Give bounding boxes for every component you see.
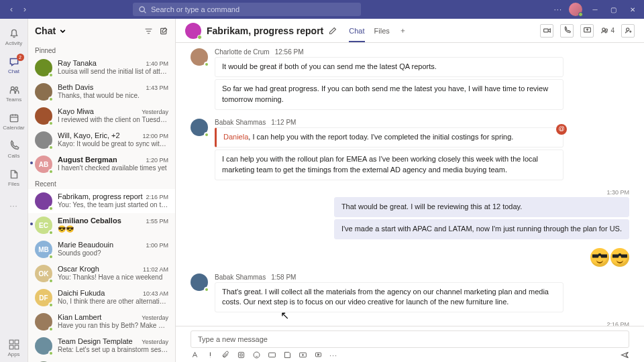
chat-item[interactable]: Team Design TemplateYesterdayReta: Let's… — [28, 334, 175, 358]
svg-rect-3 — [10, 115, 17, 122]
svg-rect-4 — [9, 340, 13, 344]
chat-item[interactable]: ABAugust Bergman1:20 PMI haven't checked… — [28, 152, 175, 176]
rail-item-teams[interactable]: Teams — [0, 79, 28, 107]
participants-button[interactable]: 4 — [600, 26, 614, 35]
new-chat-icon[interactable] — [160, 27, 168, 36]
chat-item[interactable]: Ray Tanaka1:40 PMLouisa will send the in… — [28, 56, 175, 80]
chat-time: 12:00 PM — [142, 133, 168, 139]
priority-icon[interactable] — [206, 351, 215, 359]
chat-item[interactable]: Kayo MiwaYesterdayI reviewed with the cl… — [28, 104, 175, 128]
cool-emoji[interactable] — [610, 248, 629, 267]
add-people-button[interactable] — [621, 24, 635, 38]
chat-name: Daichi Fukuda — [58, 289, 140, 297]
tab-add[interactable]: ＋ — [399, 19, 407, 42]
pinned-section-label: Pinned — [28, 43, 175, 56]
attach-icon[interactable] — [221, 351, 230, 359]
tab-chat[interactable]: Chat — [349, 19, 364, 42]
meet-now-icon[interactable] — [299, 351, 307, 359]
share-screen-button[interactable] — [580, 24, 594, 38]
message-time: 1:12 PM — [271, 119, 296, 126]
chat-preview: No, I think there are other alternatives… — [58, 298, 168, 305]
chat-name: Ray Tanaka — [58, 59, 143, 67]
chat-item[interactable]: OKOscar Krogh11:02 AMYou: Thanks! Have a… — [28, 261, 175, 286]
tab-files[interactable]: Files — [374, 19, 390, 42]
search-box[interactable]: Search or type a command — [133, 3, 361, 16]
rail-item-activity[interactable]: Activity — [0, 23, 28, 51]
video-call-button[interactable] — [540, 24, 553, 38]
svg-point-11 — [602, 28, 605, 31]
chat-item[interactable]: Will, Kayo, Eric, +212:00 PMKayo: It wou… — [28, 128, 175, 152]
close-button[interactable]: ✕ — [627, 3, 639, 15]
user-avatar[interactable] — [569, 3, 582, 16]
format-icon[interactable] — [191, 351, 199, 359]
titlebar: ‹ › Search or type a command ··· ─ ▢ ✕ — [0, 0, 644, 19]
message: 2:16 PMYes, the team just started on tha… — [191, 321, 629, 326]
gif-icon[interactable] — [268, 351, 276, 359]
rail-item-calendar[interactable]: Calendar — [0, 107, 28, 135]
recent-section-label: Recent — [28, 176, 175, 189]
message-bubble[interactable]: I've made a start with APAC and LATAM, n… — [334, 219, 629, 239]
stream-icon[interactable] — [314, 351, 323, 359]
message-bubble[interactable]: That would be great. I will be reviewing… — [334, 197, 629, 217]
nav-forward[interactable]: › — [19, 3, 31, 15]
svg-point-16 — [254, 352, 260, 358]
message-bubble[interactable]: So far we had great progress. If you can… — [215, 79, 564, 110]
compose-input[interactable]: Type a new message — [191, 330, 629, 348]
filter-icon[interactable] — [144, 27, 153, 36]
avatar — [35, 107, 52, 125]
message-bubble[interactable]: That's great. I will collect all the mat… — [215, 282, 564, 313]
mention-badge: @ — [556, 124, 567, 135]
app-rail: ActivityChat2TeamsCalendarCallsFiles ···… — [0, 19, 28, 362]
message-time: 2:16 PM — [285, 321, 629, 326]
rail-item-files[interactable]: Files — [0, 164, 28, 192]
chat-item[interactable]: Kian LambertYesterdayHave you ran this b… — [28, 310, 175, 334]
chat-preview: Reta: Let's set up a brainstorm session … — [58, 346, 168, 353]
badge: 2 — [17, 54, 24, 61]
chat-item[interactable]: Beth Davis1:43 PMThanks, that would be n… — [28, 80, 175, 104]
chat-item[interactable]: Fabrikam, progress report2:16 PMYou: Yes… — [28, 189, 175, 213]
chat-list-panel: Chat Pinned Ray Tanaka1:40 PMLouisa will… — [28, 19, 176, 362]
message-bubble[interactable]: It would be great if both of you can sen… — [215, 57, 564, 77]
chat-item[interactable]: ECEmiliano Ceballos1:55 PM😎😎 — [28, 213, 175, 237]
nav-back[interactable]: ‹ — [5, 3, 17, 15]
maximize-button[interactable]: ▢ — [608, 3, 620, 15]
more-icon[interactable]: ··· — [554, 5, 562, 13]
svg-rect-9 — [544, 29, 549, 32]
cool-emoji[interactable] — [590, 248, 609, 267]
message-bubble[interactable]: @Daniela, I can help you with the report… — [215, 127, 564, 147]
apps-icon — [8, 339, 20, 351]
svg-rect-6 — [9, 345, 13, 349]
message-time: 1:58 PM — [271, 274, 296, 281]
chat-preview: 😎😎 — [58, 225, 168, 233]
chat-preview: You: Thanks! Have a nice weekend — [58, 274, 168, 281]
chat-time: Yesterday — [142, 109, 168, 115]
chat-preview: Louisa will send the initial list of att… — [58, 68, 168, 75]
loop-icon[interactable] — [237, 351, 246, 359]
rail-apps[interactable]: Apps — [0, 334, 28, 362]
chat-item[interactable]: MBMarie Beaudouin1:00 PMSounds good? — [28, 237, 175, 261]
svg-rect-5 — [15, 340, 19, 344]
search-placeholder: Search or type a command — [151, 5, 239, 13]
emoji-icon[interactable] — [252, 351, 261, 359]
chat-item[interactable]: DFDaichi Fukuda10:43 AMNo, I think there… — [28, 286, 175, 310]
chat-name: Kayo Miwa — [58, 107, 139, 115]
chat-time: Yesterday — [142, 339, 168, 345]
more-compose-icon[interactable]: ··· — [329, 351, 337, 359]
minimize-button[interactable]: ─ — [589, 3, 601, 15]
chat-item[interactable]: ReviewersYesterdayEric: It would be grea… — [28, 358, 175, 362]
rail-item-calls[interactable]: Calls — [0, 135, 28, 164]
message-bubble[interactable]: I can help you with the rollout plan for… — [215, 149, 564, 180]
avatar — [191, 119, 208, 136]
audio-call-button[interactable] — [560, 24, 574, 38]
compose-area: Type a new message ··· — [176, 326, 644, 362]
send-button[interactable] — [621, 351, 629, 359]
files-icon — [8, 168, 20, 180]
chat-preview: You: Yes, the team just started on that… — [58, 201, 168, 208]
chevron-down-icon[interactable] — [58, 27, 67, 36]
rail-ellipsis[interactable]: ··· — [0, 192, 28, 220]
rail-item-chat[interactable]: Chat2 — [0, 51, 28, 79]
edit-title-icon[interactable] — [329, 27, 337, 35]
sticker-icon[interactable] — [283, 351, 292, 359]
avatar — [35, 59, 52, 76]
avatar: AB — [35, 156, 52, 173]
